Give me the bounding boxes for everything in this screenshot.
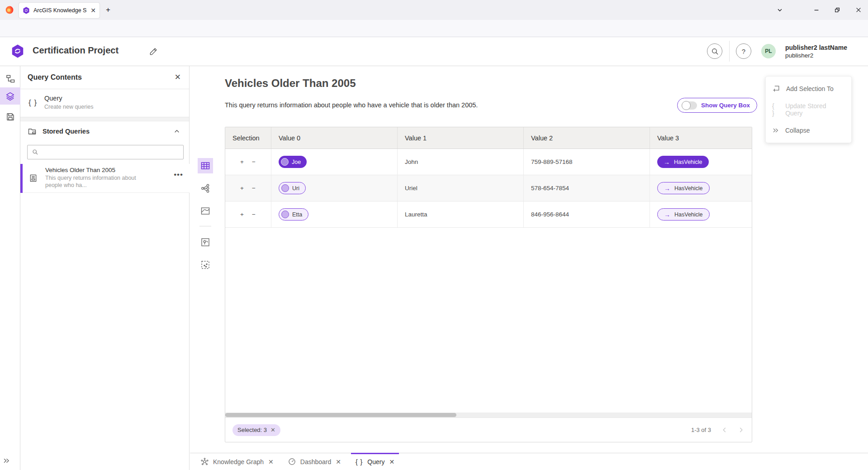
remove-from-selection-button[interactable]: − — [252, 185, 256, 192]
panel-section-gap — [20, 117, 189, 121]
left-icon-rail — [0, 66, 20, 470]
toggle-knob — [682, 101, 691, 110]
panel-close-icon[interactable]: ✕ — [175, 72, 181, 82]
tab-close-icon[interactable]: ✕ — [268, 458, 274, 465]
stored-query-item[interactable]: Vehicles Older Than 2005 This query retu… — [20, 164, 190, 193]
user-info[interactable]: publisher2 lastName publisher2 — [785, 44, 847, 59]
tab-dashboard[interactable]: Dashboard ✕ — [281, 453, 348, 470]
edit-title-pencil-icon[interactable] — [149, 47, 158, 56]
folder-icon — [28, 127, 37, 136]
braces-icon: { } — [772, 102, 779, 117]
entity-pill[interactable]: Uri — [279, 182, 306, 194]
selection-tools-button[interactable] — [198, 257, 213, 273]
add-to-map-button[interactable] — [198, 235, 213, 250]
link-chart-rail-button[interactable] — [0, 70, 20, 87]
menu-item-collapse[interactable]: Collapse — [766, 120, 851, 141]
remove-from-selection-button[interactable]: − — [252, 159, 256, 165]
cell-value2[interactable]: 578-654-7854 — [524, 175, 650, 201]
add-to-selection-button[interactable]: + — [240, 211, 244, 218]
user-avatar[interactable]: PL — [761, 44, 776, 58]
column-header-value0[interactable]: Value 0 — [271, 127, 398, 149]
add-to-selection-button[interactable]: + — [240, 159, 244, 165]
tab-query[interactable]: { } Query ✕ — [348, 453, 402, 470]
panel-title: Query Contents — [28, 73, 82, 82]
window-minimize-button[interactable] — [811, 5, 821, 15]
arrow-right-icon: → — [664, 159, 670, 165]
map-view-button[interactable] — [198, 203, 213, 219]
selected-indicator-bar — [20, 164, 23, 193]
entity-pill-selected[interactable]: Joe — [279, 156, 307, 168]
horizontal-scrollbar[interactable] — [225, 412, 752, 417]
scrollbar-thumb[interactable] — [225, 413, 456, 417]
selected-count-label: Selected: 3 — [237, 427, 267, 433]
save-rail-button[interactable] — [0, 108, 20, 125]
table-row[interactable]: + − Joe John 759-889-57168 →HasVehicle — [225, 149, 752, 175]
query-result-title: Vehicles Older Than 2005 — [225, 77, 356, 90]
arcgis-knowledge-logo — [11, 44, 24, 58]
selected-count-chip[interactable]: Selected: 3 ✕ — [232, 424, 280, 436]
relationship-pill-selected[interactable]: →HasVehicle — [657, 156, 709, 168]
browser-toolbar: https://dev0028833.esri.com/portal/apps/… — [0, 20, 868, 37]
tab-list-caret-icon[interactable] — [775, 5, 785, 15]
toggle-track[interactable] — [682, 101, 697, 110]
remove-from-selection-button[interactable]: − — [252, 211, 256, 218]
search-input[interactable] — [42, 149, 179, 156]
stored-queries-label: Stored Queries — [43, 128, 90, 135]
table-row[interactable]: + − Etta Lauretta 846-956-8644 →HasVehic… — [225, 201, 752, 228]
project-title: Certification Project — [33, 45, 119, 56]
cell-value1[interactable]: Lauretta — [398, 201, 524, 227]
stored-queries-search[interactable] — [27, 145, 184, 159]
user-name: publisher2 lastName — [785, 44, 847, 52]
relationship-pill[interactable]: →HasVehicle — [657, 182, 710, 194]
query-item[interactable]: { } Query Create new queries — [20, 89, 189, 117]
tab-close-icon[interactable]: ✕ — [336, 458, 341, 465]
next-page-chevron-icon[interactable] — [738, 427, 745, 433]
relationship-pill[interactable]: →HasVehicle — [657, 208, 710, 221]
menu-item-add-selection-to[interactable]: Add Selection To — [766, 78, 851, 99]
clear-selection-icon[interactable]: ✕ — [270, 427, 275, 433]
header-search-button[interactable] — [707, 43, 722, 59]
expand-panel-chevrons-icon[interactable] — [3, 457, 10, 465]
dashboard-gauge-icon — [288, 458, 296, 465]
menu-item-update-stored-query[interactable]: { } Update Stored Query — [766, 99, 851, 120]
entity-dot-icon — [281, 158, 289, 166]
view-toolbar — [198, 158, 213, 280]
item-options-ellipsis-icon[interactable]: ••• — [174, 170, 183, 179]
tab-knowledge-graph[interactable]: Knowledge Graph ✕ — [194, 453, 281, 470]
entity-pill[interactable]: Etta — [279, 208, 308, 221]
tab-close-icon[interactable]: ✕ — [90, 7, 96, 14]
window-restore-button[interactable] — [832, 5, 842, 15]
link-chart-view-button[interactable] — [198, 181, 213, 196]
column-header-selection[interactable]: Selection — [225, 127, 271, 149]
selection-context-menu: Add Selection To { } Update Stored Query… — [765, 76, 852, 143]
previous-page-chevron-icon[interactable] — [721, 427, 728, 433]
pagination-label: 1-3 of 3 — [691, 427, 711, 433]
add-to-selection-button[interactable]: + — [240, 185, 244, 192]
firefox-icon — [5, 6, 14, 14]
browser-tab-active[interactable]: ArcGIS Knowledge Studio ✕ — [19, 3, 100, 18]
table-view-button[interactable] — [198, 158, 213, 173]
cell-value2[interactable]: 759-889-57168 — [524, 149, 650, 175]
stored-queries-section-header[interactable]: Stored Queries — [20, 121, 189, 141]
cell-value1[interactable]: Uriel — [398, 175, 524, 201]
contents-layers-rail-button[interactable] — [0, 87, 20, 105]
tab-close-icon[interactable]: ✕ — [389, 458, 394, 465]
show-query-box-toggle[interactable]: Show Query Box — [677, 98, 757, 113]
column-header-value1[interactable]: Value 1 — [398, 127, 524, 149]
stored-query-description: This query returns information about peo… — [45, 175, 140, 189]
column-header-value3[interactable]: Value 3 — [650, 127, 752, 149]
cell-value2[interactable]: 846-956-8644 — [524, 201, 650, 227]
window-close-button[interactable] — [854, 5, 863, 15]
new-tab-button[interactable]: + — [103, 5, 113, 15]
table-empty-area — [225, 228, 752, 412]
cell-value1[interactable]: John — [398, 149, 524, 175]
entity-dot-icon — [281, 184, 289, 192]
table-row[interactable]: + − Uri Uriel 578-654-7854 →HasVehicle — [225, 175, 752, 201]
pagination: 1-3 of 3 — [691, 427, 745, 433]
chevron-up-icon[interactable] — [174, 128, 180, 134]
help-button[interactable]: ? — [736, 43, 751, 59]
arrow-right-icon: → — [664, 211, 670, 218]
panel-header: Query Contents ✕ — [20, 66, 189, 89]
show-query-box-label: Show Query Box — [701, 102, 750, 109]
column-header-value2[interactable]: Value 2 — [524, 127, 650, 149]
